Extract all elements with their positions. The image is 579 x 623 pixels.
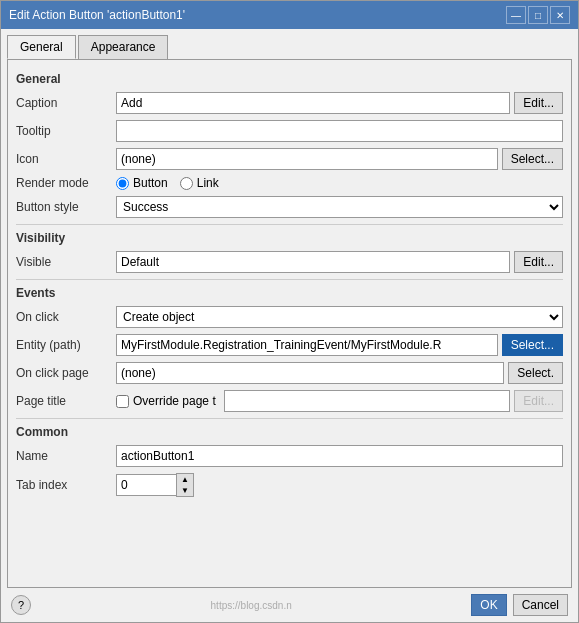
footer-buttons: OK Cancel: [471, 594, 568, 616]
render-mode-link-radio[interactable]: [180, 177, 193, 190]
common-section-header: Common: [16, 425, 563, 439]
divider-2: [16, 279, 563, 280]
divider-3: [16, 418, 563, 419]
entity-path-input[interactable]: [116, 334, 498, 356]
visible-row: Visible Edit...: [16, 251, 563, 273]
close-button[interactable]: ✕: [550, 6, 570, 24]
on-click-row: On click Create object Navigate Custom: [16, 306, 563, 328]
name-label: Name: [16, 449, 116, 463]
events-section-header: Events: [16, 286, 563, 300]
page-title-input-group: Override page t Edit...: [116, 390, 563, 412]
entity-path-label: Entity (path): [16, 338, 116, 352]
tab-index-down-arrow[interactable]: ▼: [177, 485, 193, 496]
tooltip-label: Tooltip: [16, 124, 116, 138]
caption-input-group: Edit...: [116, 92, 563, 114]
entity-path-input-group: Select...: [116, 334, 563, 356]
name-input-group: [116, 445, 563, 467]
icon-input-group: Select...: [116, 148, 563, 170]
content-area: General Caption Edit... Tooltip Icon Sel…: [7, 59, 572, 588]
tab-bar: General Appearance: [1, 29, 578, 59]
visible-input-group: Edit...: [116, 251, 563, 273]
page-title-override-checkbox[interactable]: [116, 395, 129, 408]
page-title-row: Page title Override page t Edit...: [16, 390, 563, 412]
name-row: Name: [16, 445, 563, 467]
page-title-input[interactable]: [224, 390, 511, 412]
tab-index-input-group: ▲ ▼: [116, 473, 194, 497]
tooltip-row: Tooltip: [16, 120, 563, 142]
title-bar: Edit Action Button 'actionButton1' — □ ✕: [1, 1, 578, 29]
on-click-page-row: On click page Select.: [16, 362, 563, 384]
tab-appearance[interactable]: Appearance: [78, 35, 169, 59]
on-click-label: On click: [16, 310, 116, 324]
icon-row: Icon Select...: [16, 148, 563, 170]
button-style-row: Button style Success Primary Secondary: [16, 196, 563, 218]
render-mode-link-option[interactable]: Link: [180, 176, 219, 190]
button-style-select[interactable]: Success Primary Secondary: [116, 196, 563, 218]
entity-path-row: Entity (path) Select...: [16, 334, 563, 356]
caption-row: Caption Edit...: [16, 92, 563, 114]
on-click-page-select-button[interactable]: Select.: [508, 362, 563, 384]
title-bar-buttons: — □ ✕: [506, 6, 570, 24]
tab-index-spinner: ▲ ▼: [176, 473, 194, 497]
on-click-page-input[interactable]: [116, 362, 504, 384]
icon-select-button[interactable]: Select...: [502, 148, 563, 170]
page-title-override-checkbox-label[interactable]: Override page t: [116, 394, 216, 408]
name-input[interactable]: [116, 445, 563, 467]
caption-edit-button[interactable]: Edit...: [514, 92, 563, 114]
cancel-button[interactable]: Cancel: [513, 594, 568, 616]
button-style-select-group: Success Primary Secondary: [116, 196, 563, 218]
render-mode-button-radio[interactable]: [116, 177, 129, 190]
general-section-header: General: [16, 72, 563, 86]
button-style-label: Button style: [16, 200, 116, 214]
ok-button[interactable]: OK: [471, 594, 506, 616]
visible-edit-button[interactable]: Edit...: [514, 251, 563, 273]
help-button[interactable]: ?: [11, 595, 31, 615]
visible-input[interactable]: [116, 251, 510, 273]
visible-label: Visible: [16, 255, 116, 269]
dialog-window: Edit Action Button 'actionButton1' — □ ✕…: [0, 0, 579, 623]
divider-1: [16, 224, 563, 225]
caption-input[interactable]: [116, 92, 510, 114]
icon-label: Icon: [16, 152, 116, 166]
maximize-button[interactable]: □: [528, 6, 548, 24]
tab-index-label: Tab index: [16, 478, 116, 492]
entity-select-button[interactable]: Select...: [502, 334, 563, 356]
tab-general[interactable]: General: [7, 35, 76, 59]
on-click-page-label: On click page: [16, 366, 116, 380]
window-title: Edit Action Button 'actionButton1': [9, 8, 185, 22]
tooltip-input[interactable]: [116, 120, 563, 142]
render-mode-label: Render mode: [16, 176, 116, 190]
page-title-edit-button[interactable]: Edit...: [514, 390, 563, 412]
tab-index-row: Tab index ▲ ▼: [16, 473, 563, 497]
page-title-label: Page title: [16, 394, 116, 408]
render-mode-row: Render mode Button Link: [16, 176, 563, 190]
watermark: https://blog.csdn.n: [211, 600, 292, 611]
render-mode-button-option[interactable]: Button: [116, 176, 168, 190]
render-mode-group: Button Link: [116, 176, 219, 190]
on-click-page-input-group: Select.: [116, 362, 563, 384]
tab-index-up-arrow[interactable]: ▲: [177, 474, 193, 485]
icon-input[interactable]: [116, 148, 498, 170]
caption-label: Caption: [16, 96, 116, 110]
minimize-button[interactable]: —: [506, 6, 526, 24]
footer: ? https://blog.csdn.n OK Cancel: [1, 588, 578, 622]
on-click-select-group: Create object Navigate Custom: [116, 306, 563, 328]
tooltip-input-group: [116, 120, 563, 142]
on-click-select[interactable]: Create object Navigate Custom: [116, 306, 563, 328]
visibility-section-header: Visibility: [16, 231, 563, 245]
tab-index-input[interactable]: [116, 474, 176, 496]
